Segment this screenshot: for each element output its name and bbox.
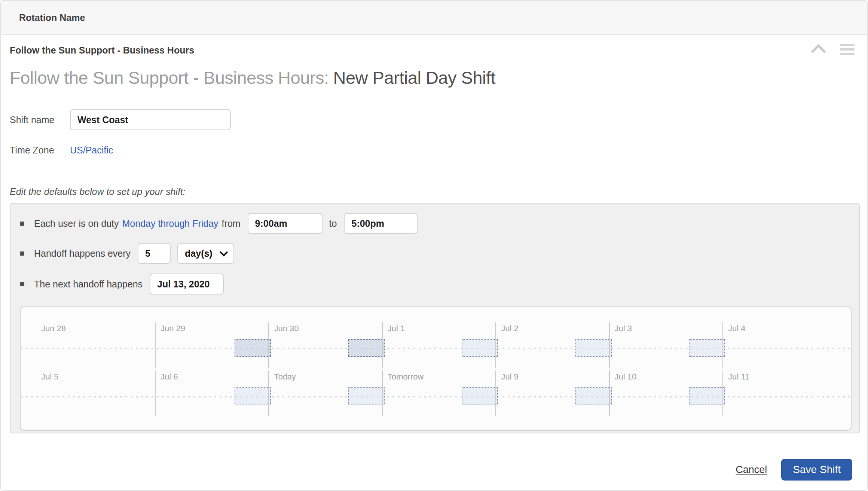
timeline-day-label: Tomorrow [388, 372, 424, 382]
timeline-day-label: Jul 6 [161, 372, 178, 382]
shift-name-row: Shift name [10, 109, 231, 130]
day-boundary-line [722, 322, 723, 368]
shift-block [235, 339, 271, 357]
timeline-dotted-line [21, 348, 851, 349]
save-shift-button[interactable]: Save Shift [781, 459, 852, 481]
shift-block [689, 387, 725, 405]
page-title: Follow the Sun Support - Business Hours:… [10, 67, 495, 88]
bullet-icon [20, 251, 24, 256]
duty-row: Each user is on duty Monday through Frid… [20, 213, 421, 234]
next-handoff-row: The next handoff happens [20, 274, 227, 295]
day-boundary-line [495, 370, 496, 416]
duty-end-time-input[interactable] [344, 213, 418, 234]
rotation-controls [813, 43, 855, 56]
day-boundary-line [609, 370, 610, 416]
timeline-day-label: Jul 10 [615, 372, 637, 382]
timeline-day-label: Jul 3 [615, 324, 632, 333]
chevron-up-icon[interactable] [811, 43, 826, 59]
timeline-day-label: Jul 4 [728, 324, 745, 333]
duty-days-link[interactable]: Monday through Friday [122, 218, 218, 229]
shift-name-label: Shift name [10, 115, 70, 125]
day-boundary-line [382, 322, 383, 368]
time-zone-link[interactable]: US/Pacific [70, 145, 113, 156]
day-boundary-line [155, 370, 156, 416]
timeline-day-label: Jul 9 [501, 372, 518, 382]
defaults-panel: Each user is on duty Monday through Frid… [10, 203, 860, 433]
shift-block [462, 339, 498, 357]
handoff-row: Handoff happens every day(s) [20, 243, 234, 264]
shift-block [348, 339, 385, 357]
day-boundary-line [268, 370, 269, 416]
handoff-interval-input[interactable] [138, 243, 171, 264]
timeline: Jun 28Jun 29Jun 30Jul 1Jul 2Jul 3Jul 4Ju… [20, 307, 852, 431]
timeline-dotted-line [21, 396, 851, 397]
day-boundary-line [495, 322, 496, 368]
duty-text: Each user is on duty [34, 218, 119, 229]
page-title-prefix: Follow the Sun Support - Business Hours: [10, 68, 329, 88]
timeline-day-label: Jul 11 [728, 372, 749, 382]
bullet-icon [20, 222, 24, 226]
time-zone-label: Time Zone [10, 145, 70, 156]
rotation-name-header-label: Rotation Name [19, 12, 85, 23]
timeline-day-label: Jun 30 [274, 324, 299, 333]
handoff-text: Handoff happens every [34, 248, 131, 259]
handoff-unit-select[interactable]: day(s) [177, 243, 234, 264]
handoff-unit-value: day(s) [185, 248, 213, 259]
footer-actions: Cancel Save Shift [736, 459, 852, 481]
timeline-day-label: Jun 28 [41, 324, 66, 333]
day-boundary-line [382, 370, 383, 416]
duty-to-text: to [329, 218, 337, 229]
cancel-link[interactable]: Cancel [736, 464, 767, 476]
shift-block [235, 387, 271, 405]
timeline-day-label: Jul 1 [388, 324, 405, 333]
shift-name-input[interactable] [70, 109, 231, 130]
timeline-day-label: Jun 29 [161, 324, 185, 333]
time-zone-row: Time Zone US/Pacific [10, 145, 113, 156]
setup-instructions: Edit the defaults below to set up your s… [10, 186, 186, 197]
shift-block [689, 339, 725, 357]
timeline-row: Jul 5Jul 6TodayTomorrowJul 9Jul 10Jul 11 [21, 370, 851, 416]
duty-from-text: from [222, 218, 241, 229]
day-boundary-line [155, 322, 156, 368]
shift-block [348, 387, 385, 405]
day-boundary-line [609, 322, 610, 368]
next-handoff-date-input[interactable] [150, 274, 224, 295]
rotation-name-header: Rotation Name [1, 1, 867, 35]
day-boundary-line [722, 370, 723, 416]
rotation-title: Follow the Sun Support - Business Hours [10, 45, 194, 56]
menu-icon[interactable] [840, 44, 855, 55]
shift-block [462, 387, 498, 405]
chevron-down-icon [219, 248, 228, 257]
next-handoff-text: The next handoff happens [34, 279, 143, 290]
duty-start-time-input[interactable] [248, 213, 323, 234]
shift-editor-card: Rotation Name Follow the Sun Support - B… [0, 0, 868, 491]
day-boundary-line [268, 322, 269, 368]
timeline-day-label: Today [274, 372, 296, 382]
bullet-icon [20, 282, 24, 286]
timeline-row: Jun 28Jun 29Jun 30Jul 1Jul 2Jul 3Jul 4 [21, 322, 851, 368]
timeline-day-label: Jul 5 [41, 372, 58, 382]
shift-block [575, 387, 612, 405]
shift-block [575, 339, 612, 357]
timeline-day-label: Jul 2 [501, 324, 518, 333]
page-title-highlight: New Partial Day Shift [333, 68, 496, 88]
